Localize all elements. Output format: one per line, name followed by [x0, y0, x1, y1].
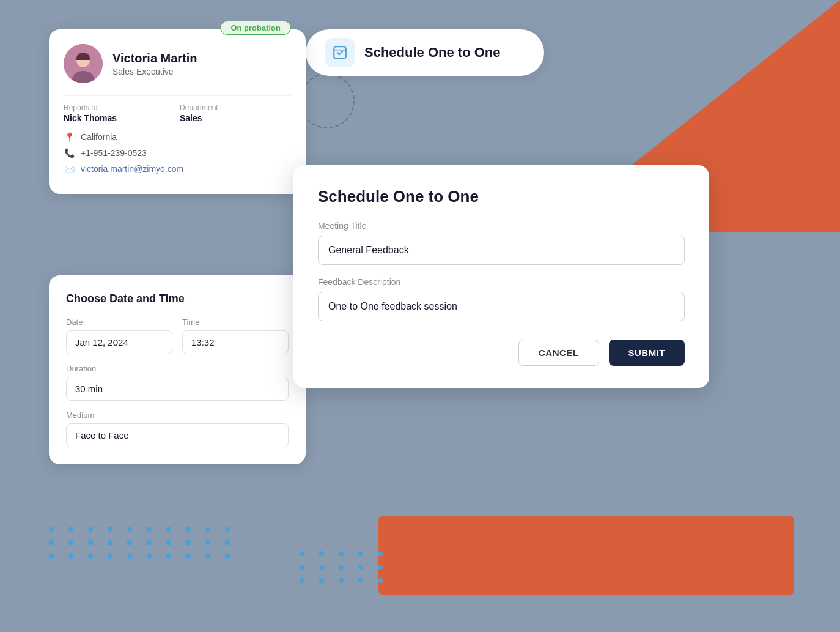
dialog-title: Schedule One to One [318, 187, 685, 206]
phone-icon: 📞 [64, 147, 75, 158]
medium-group: Medium [66, 411, 289, 447]
datetime-title: Choose Date and Time [66, 292, 289, 305]
dot-grid-bottom-left [49, 527, 236, 559]
submit-button[interactable]: SUBMIT [609, 340, 685, 366]
location-row: 📍 California [64, 132, 291, 143]
profile-name: Victoria Martin [112, 51, 197, 65]
duration-group: Duration [66, 364, 289, 401]
department-value: Sales [180, 113, 291, 123]
dialog-actions: CANCEL SUBMIT [318, 340, 685, 366]
phone-text: +1-951-239-0523 [81, 148, 147, 158]
medium-input[interactable] [66, 423, 289, 447]
reports-to-value: Nick Thomas [64, 113, 175, 123]
schedule-dialog: Schedule One to One Meeting Title Feedba… [293, 165, 709, 388]
location-icon: 📍 [64, 132, 75, 143]
meeting-title-label: Meeting Title [318, 221, 685, 231]
cancel-button[interactable]: CANCEL [518, 340, 599, 366]
meeting-title-input[interactable] [318, 236, 685, 265]
email-text: victoria.martin@zimyo.com [81, 164, 183, 174]
dot-grid-center [300, 551, 389, 583]
duration-label: Duration [66, 364, 289, 373]
avatar [64, 44, 103, 83]
profile-meta: Reports to Nick Thomas Department Sales [64, 103, 291, 123]
probation-badge: On probation [220, 21, 291, 35]
schedule-pill-icon [325, 38, 355, 67]
department-label: Department [180, 103, 291, 112]
svg-rect-0 [334, 46, 346, 59]
medium-label: Medium [66, 411, 289, 420]
feedback-desc-input[interactable] [318, 292, 685, 321]
profile-divider [64, 95, 291, 96]
time-input[interactable] [182, 330, 289, 354]
location-text: California [81, 132, 117, 142]
profile-card: On probation Victoria Martin Sales Execu… [49, 29, 306, 194]
profile-job-title: Sales Executive [112, 67, 197, 76]
schedule-header-pill: Schedule One to One [306, 29, 544, 76]
datetime-card: Choose Date and Time Date Time Duration … [49, 275, 306, 464]
date-label: Date [66, 318, 172, 327]
time-group: Time [182, 318, 289, 354]
profile-header: Victoria Martin Sales Executive [64, 44, 291, 83]
email-icon: ✉️ [64, 163, 75, 174]
bg-orange-bar [378, 516, 794, 595]
date-time-row: Date Time [66, 318, 289, 354]
reports-to-label: Reports to [64, 103, 175, 112]
date-input[interactable] [66, 330, 172, 354]
time-label: Time [182, 318, 289, 327]
feedback-desc-label: Feedback Description [318, 277, 685, 287]
duration-input[interactable] [66, 377, 289, 401]
dashed-circle-decor [300, 73, 355, 128]
email-row: ✉️ victoria.martin@zimyo.com [64, 163, 291, 174]
schedule-pill-label: Schedule One to One [364, 45, 500, 61]
date-group: Date [66, 318, 172, 354]
phone-row: 📞 +1-951-239-0523 [64, 147, 291, 158]
